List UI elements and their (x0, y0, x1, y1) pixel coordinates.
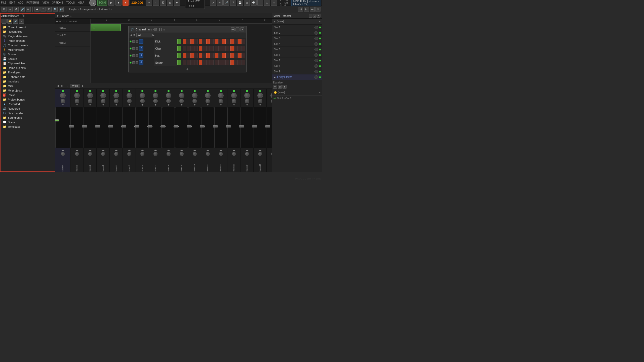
beat-btn-2-2[interactable] (190, 53, 194, 58)
menu-patterns[interactable]: PATTERNS (26, 1, 39, 4)
sidebar-item-il-shared-data[interactable]: 📁IL shared data (1, 75, 55, 79)
mixer-knob-vol-10[interactable] (192, 99, 197, 103)
mixer-fader-handle-10[interactable] (187, 125, 192, 127)
cr-maximize[interactable]: □ (235, 27, 239, 31)
mixer-knob-vol-7[interactable] (153, 99, 158, 103)
beat-btn-1-5[interactable] (203, 46, 206, 51)
playlist-down-btn[interactable]: ↓ (67, 84, 69, 87)
sidebar-item-mixer-presets[interactable]: 🎚Mixer presets (1, 48, 55, 52)
mixer-knob-send-16[interactable] (271, 152, 272, 156)
mixer-knob-send-5[interactable] (127, 152, 131, 156)
menu-add[interactable]: ADD (18, 1, 23, 4)
breadcrumb-playlist[interactable]: Playlist - Arrangement (69, 8, 96, 11)
beat-btn-1-6[interactable] (206, 46, 210, 51)
beat-btn-3-14[interactable] (238, 60, 242, 65)
beat-btn-2-0[interactable] (183, 53, 186, 58)
tb2-icon8[interactable]: ⊡ (47, 7, 52, 12)
mixer-knob-pan-4[interactable] (113, 93, 119, 98)
track-label-3[interactable]: Track 3 (55, 39, 90, 47)
rp-minimize[interactable]: — (309, 14, 312, 18)
sidebar-item-recorded[interactable]: 🎙Recorded (1, 102, 55, 106)
mixer-knob-send-15[interactable] (258, 152, 262, 156)
pattern-block-1[interactable]: P1 (91, 24, 121, 31)
mixer-knob-send-0[interactable] (61, 152, 65, 156)
beat-btn-1-11[interactable] (226, 46, 229, 51)
tb2-icon9[interactable]: 🔍 (53, 7, 58, 12)
toolbar-icon-4[interactable]: ⊞ (167, 0, 173, 6)
beat-btn-2-7[interactable] (210, 53, 214, 58)
sidebar-item-scores[interactable]: 🎼Scores (1, 52, 55, 57)
ch-name-3[interactable]: Snare (154, 59, 177, 66)
slot-row-1[interactable]: Slot 2 (272, 30, 322, 36)
sidebar-item-plugin-database[interactable]: 🔌Plugin database (1, 34, 55, 38)
track-label-2[interactable]: Track 2 (55, 32, 90, 39)
mixer-fader-handle-8[interactable] (160, 125, 166, 127)
sidebar-item-soundfonts[interactable]: 📁Soundfonts (1, 115, 55, 120)
mixer-knob-send-12[interactable] (219, 152, 223, 156)
channel-rack-header[interactable]: 🎵 Channel rack ▐▐ ▦ — □ ✕ (129, 26, 246, 32)
menu-view[interactable]: VIEW (43, 1, 49, 4)
tb2-icon6[interactable]: ◀ (34, 7, 39, 12)
sidebar-arrow-btn[interactable]: → (19, 19, 24, 24)
eq-icon2[interactable]: ⊞ (278, 85, 282, 89)
mixer-knob-pan-9[interactable] (179, 93, 184, 98)
beat-btn-2-11[interactable] (226, 53, 229, 58)
mixer-knob-pan-15[interactable] (257, 93, 263, 98)
tb2-icon5[interactable]: ✏ (26, 7, 31, 12)
mixer-knob-pan-0[interactable] (60, 93, 66, 98)
ch-name-2[interactable]: Hat (154, 52, 177, 59)
mixer-fader-handle-13[interactable] (226, 125, 231, 127)
beat-btn-3-11[interactable] (226, 60, 229, 65)
mixer-knob-vol-8[interactable] (166, 99, 171, 103)
ch-solo-1[interactable] (136, 47, 138, 50)
rp-none-row[interactable]: 🟡 (none) ▼ (272, 90, 322, 95)
mixer-fader-handle-7[interactable] (147, 125, 152, 127)
toolbar-icon-1[interactable]: ⇥ (146, 0, 152, 6)
mixer-knob-vol-0[interactable] (61, 99, 65, 103)
mixer-knob-vol-14[interactable] (245, 99, 249, 103)
mixer-knob-vol-9[interactable] (179, 99, 184, 103)
sidebar-item-clipboard-files[interactable]: 📋Clipboard files (1, 61, 55, 66)
tb2-right1[interactable]: ◁ (298, 7, 303, 12)
beat-btn-1-2[interactable] (190, 46, 194, 51)
sidebar-item-plugin-presets[interactable]: 🎛Plugin presets (1, 38, 55, 43)
ch-name-1[interactable]: Clap (154, 45, 177, 52)
beat-btn-2-6[interactable] (206, 53, 210, 58)
mixer-knob-pan-3[interactable] (100, 93, 106, 98)
beat-btn-1-14[interactable] (238, 46, 242, 51)
tb2-icon7[interactable]: ⇡ (41, 7, 46, 12)
beat-btn-0-7[interactable] (210, 39, 214, 44)
slot-row-2[interactable]: Slot 3 (272, 36, 322, 41)
menu-edit[interactable]: EDIT (9, 1, 15, 4)
mixer-knob-pan-6[interactable] (140, 93, 145, 98)
mixer-knob-pan-11[interactable] (205, 93, 211, 98)
beat-btn-0-0[interactable] (183, 39, 186, 44)
beat-btn-2-9[interactable] (218, 53, 222, 58)
ch-solo-0[interactable] (136, 40, 138, 43)
mixer-fader-handle-0[interactable] (55, 119, 59, 121)
rp-maximize[interactable]: □ (313, 14, 316, 18)
play-btn[interactable]: ▶ (108, 0, 114, 6)
mixer-knob-send-10[interactable] (193, 152, 197, 156)
mixer-knob-send-1[interactable] (75, 152, 79, 156)
beat-btn-0-6[interactable] (206, 39, 210, 44)
ch-mute-1[interactable] (132, 47, 135, 50)
slot-row-5[interactable]: Slot 6 (272, 52, 322, 58)
beat-btn-2-1[interactable] (187, 53, 190, 58)
cr-filter-dropdown[interactable]: All (136, 33, 151, 37)
tb2-icon10[interactable]: 🔊 (59, 7, 64, 12)
ch-mute-3[interactable] (132, 61, 135, 64)
beat-btn-0-9[interactable] (218, 39, 222, 44)
mixer-fader-handle-15[interactable] (252, 125, 257, 127)
beat-btn-1-12[interactable] (230, 46, 234, 51)
sidebar-item-impulses[interactable]: 📁Impulses (1, 79, 55, 84)
toolbar-icon-7[interactable]: ✂ (217, 0, 223, 6)
eq-icon1[interactable]: ✏ (273, 85, 277, 89)
mixer-knob-vol-12[interactable] (219, 99, 223, 103)
beat-btn-1-8[interactable] (215, 46, 218, 51)
ch-mute-2[interactable] (132, 54, 135, 57)
tb2-icon1[interactable]: ⊞ (2, 7, 7, 12)
beat-btn-2-14[interactable] (238, 53, 242, 58)
rp-preset-btn[interactable]: ▼ (319, 20, 321, 23)
rp-preset-row[interactable]: ▶ (none) ▼ (272, 19, 322, 25)
